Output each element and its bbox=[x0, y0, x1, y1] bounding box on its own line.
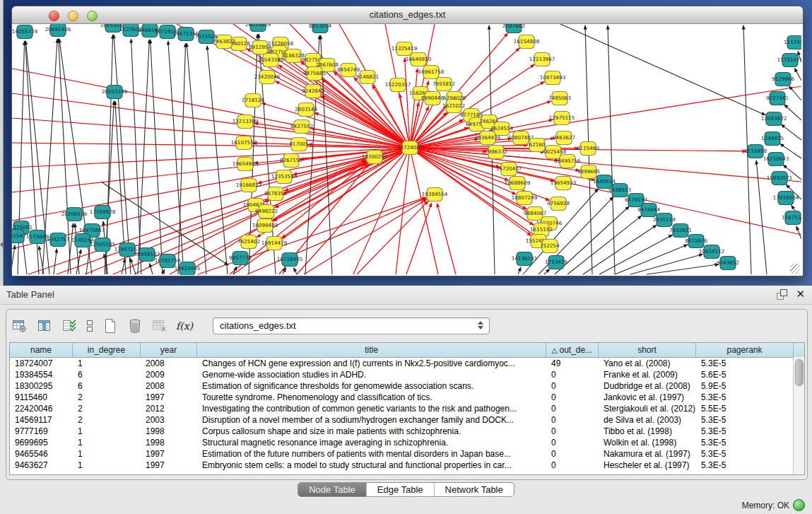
graph-node[interactable]: 752254 bbox=[540, 240, 560, 253]
graph-node[interactable]: 10688609 bbox=[505, 177, 531, 190]
table-cell-title[interactable]: Investigating the contribution of common… bbox=[197, 403, 546, 414]
import-table-icon[interactable] bbox=[60, 317, 78, 335]
graph-node[interactable]: 391547 bbox=[12, 230, 26, 243]
graph-node[interactable]: 19384554 bbox=[422, 188, 448, 201]
table-cell-in-degree[interactable]: 6 bbox=[73, 369, 141, 380]
graph-node[interactable]: 1115689 bbox=[26, 230, 49, 244]
table-cell-title[interactable]: Structural magnetic resonance image aver… bbox=[197, 437, 546, 448]
table-cell-year[interactable]: 2012 bbox=[141, 403, 197, 414]
table-cell-name[interactable]: 9115460 bbox=[10, 392, 73, 403]
table-cell-pagerank[interactable]: 5.5E-5 bbox=[696, 403, 794, 414]
table-row[interactable]: 977716911998Corpus callosum shape and si… bbox=[10, 426, 804, 437]
citation-edge-red[interactable] bbox=[410, 148, 438, 274]
table-cell-out-de-[interactable]: 0 bbox=[546, 437, 599, 448]
table-cell-name[interactable]: 9463627 bbox=[10, 460, 73, 471]
table-cell-pagerank[interactable]: 5.6E-5 bbox=[696, 369, 794, 380]
table-cell-short[interactable]: Stergiakouli et al. (2012) bbox=[599, 403, 696, 414]
graph-node[interactable]: 1167533 bbox=[782, 211, 801, 225]
new-table-icon[interactable] bbox=[101, 317, 119, 335]
citation-edge-black[interactable] bbox=[207, 46, 228, 274]
function-builder-icon[interactable]: f(x) bbox=[175, 317, 194, 335]
citation-edge-black[interactable] bbox=[781, 124, 801, 140]
graph-node[interactable]: 20206536 bbox=[61, 208, 88, 221]
citation-edge-red[interactable] bbox=[198, 197, 426, 274]
table-cell-title[interactable]: Tourette syndrome. Phenomenology and cla… bbox=[197, 392, 546, 403]
table-row[interactable]: 946362711997Embryonic stem cells: a mode… bbox=[10, 460, 804, 471]
table-cell-in-degree[interactable]: 2 bbox=[73, 403, 141, 414]
table-cell-title[interactable]: Disruption of a novel member of a sodium… bbox=[197, 414, 546, 426]
close-panel-icon[interactable]: ✕ bbox=[796, 288, 805, 300]
table-cell-year[interactable]: 2008 bbox=[141, 380, 197, 392]
table-cell-name[interactable]: 18300295 bbox=[10, 380, 73, 392]
graph-node[interactable]: 917005 bbox=[289, 138, 308, 151]
graph-node[interactable]: 16961758 bbox=[418, 66, 445, 79]
hide-columns-icon[interactable] bbox=[85, 317, 95, 335]
scrollbar-thumb[interactable] bbox=[795, 359, 804, 386]
citation-graph[interactable]: 8860128891295423226058982750981863281654… bbox=[12, 24, 801, 275]
table-cell-title[interactable]: Embryonic stem cells: a model to study s… bbox=[197, 460, 546, 471]
graph-node[interactable]: 15751074 bbox=[777, 54, 801, 67]
graph-node[interactable]: 14136141 bbox=[512, 252, 538, 266]
table-cell-in-degree[interactable]: 2 bbox=[73, 414, 141, 426]
splitter-collapse-icon[interactable] bbox=[0, 242, 3, 247]
graph-node[interactable]: 2087682 bbox=[502, 24, 525, 33]
table-cell-year[interactable]: 1998 bbox=[141, 426, 197, 437]
graph-node[interactable]: 16210643 bbox=[763, 153, 789, 166]
table-cell-name[interactable]: 9777169 bbox=[10, 426, 73, 437]
graph-node[interactable]: 1117419 bbox=[784, 36, 801, 49]
graph-node[interactable]: 8471676 bbox=[685, 235, 707, 248]
graph-node[interactable]: 15992071 bbox=[767, 172, 793, 185]
graph-node[interactable]: 15718485 bbox=[277, 253, 303, 267]
table-cell-year[interactable]: 1997 bbox=[141, 448, 197, 460]
table-row[interactable]: 969969511998Structural magnetic resonanc… bbox=[10, 437, 804, 448]
table-cell-short[interactable]: Hescheler et al. (1997) bbox=[599, 460, 696, 471]
show-columns-icon[interactable] bbox=[35, 317, 54, 335]
graph-node[interactable]: 20691406 bbox=[45, 24, 71, 37]
graph-node[interactable]: 15720407 bbox=[496, 163, 522, 176]
graph-node[interactable]: 9115460 bbox=[577, 142, 599, 156]
table-cell-title[interactable]: Changes of HCN gene expression and I(f) … bbox=[197, 358, 546, 369]
panel-splitter[interactable] bbox=[0, 0, 4, 286]
table-cell-title[interactable]: Genome-wide association studies in ADHD. bbox=[197, 369, 546, 380]
column-header-year[interactable]: year bbox=[141, 343, 197, 357]
table-cell-title[interactable]: Corpus callosum shape and size in male p… bbox=[197, 426, 546, 437]
citation-edge-red[interactable] bbox=[410, 148, 801, 235]
graph-node[interactable]: 9129966 bbox=[772, 73, 794, 86]
graph-node[interactable]: 16107552 bbox=[231, 136, 257, 150]
citation-edge-black[interactable] bbox=[756, 160, 767, 274]
citation-edge-red[interactable] bbox=[437, 204, 456, 274]
table-cell-pagerank[interactable]: 5.3E-5 bbox=[696, 414, 794, 426]
table-cell-pagerank[interactable]: 5.3E-5 bbox=[696, 358, 794, 369]
citation-edge-black[interactable] bbox=[789, 86, 801, 100]
graph-node[interactable]: 8427552 bbox=[290, 120, 313, 134]
graph-node[interactable]: 16154808 bbox=[514, 35, 540, 49]
citation-edge-black[interactable] bbox=[796, 226, 801, 239]
citation-edge-black[interactable] bbox=[150, 263, 153, 274]
float-panel-icon[interactable] bbox=[776, 288, 787, 300]
graph-node[interactable]: 2718126 bbox=[242, 94, 264, 107]
graph-node[interactable]: 1244415 bbox=[761, 132, 784, 146]
table-cell-name[interactable]: 14569117 bbox=[10, 414, 73, 426]
table-cell-short[interactable]: Yano et al. (2008) bbox=[599, 358, 696, 369]
graph-node[interactable]: 16053809 bbox=[245, 24, 271, 32]
graph-node[interactable]: 1753426 bbox=[545, 256, 567, 269]
table-cell-out-de-[interactable]: 49 bbox=[546, 358, 599, 369]
citation-edge-black[interactable] bbox=[560, 24, 765, 115]
table-cell-name[interactable]: 9699695 bbox=[10, 437, 73, 448]
table-row[interactable]: 911546021997Tourette syndrome. Phenomeno… bbox=[10, 392, 804, 403]
graph-node[interactable]: 19166827 bbox=[236, 179, 262, 192]
citation-edge-black[interactable] bbox=[518, 267, 521, 274]
table-row[interactable]: 1872400712008Changes of HCN gene express… bbox=[10, 358, 804, 369]
table-cell-pagerank[interactable]: 5.3E-5 bbox=[696, 460, 794, 471]
table-row[interactable]: 1456911722003Disruption of a novel membe… bbox=[10, 414, 804, 426]
graph-node[interactable]: 19654985 bbox=[233, 158, 259, 171]
graph-node[interactable]: 2935114 bbox=[653, 214, 676, 227]
table-cell-year[interactable]: 1998 bbox=[141, 437, 197, 448]
citation-edge-black[interactable] bbox=[54, 249, 57, 274]
graph-node[interactable]: 19654923 bbox=[551, 177, 577, 190]
table-cell-out-de-[interactable]: 0 bbox=[546, 448, 599, 460]
citation-edge-black[interactable] bbox=[151, 40, 163, 274]
graph-node[interactable]: 8990448 bbox=[421, 92, 444, 105]
table-cell-name[interactable]: 9465546 bbox=[10, 448, 73, 460]
table-cell-out-de-[interactable]: 0 bbox=[546, 414, 599, 426]
